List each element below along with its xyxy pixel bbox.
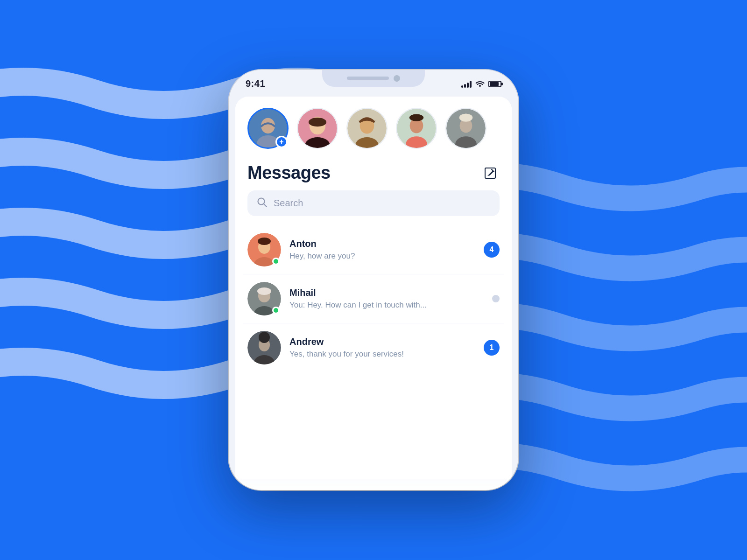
story-avatar-img-3 xyxy=(346,108,388,149)
signal-icon xyxy=(461,80,472,88)
svg-point-14 xyxy=(409,114,424,121)
avatar-wrap-andrew xyxy=(247,331,281,364)
story-avatar-5[interactable] xyxy=(445,108,486,149)
battery-icon xyxy=(488,81,501,87)
phone-mockup: 9:41 xyxy=(229,70,518,490)
story-avatar-3[interactable] xyxy=(346,108,388,149)
story-avatar-img-2 xyxy=(297,108,338,149)
svg-point-29 xyxy=(257,287,271,295)
svg-line-21 xyxy=(264,204,267,207)
story-avatar-img-5 xyxy=(445,108,486,149)
message-item-mihail[interactable]: Mihail You: Hey. How can I get in touch … xyxy=(243,274,504,323)
online-indicator-mihail xyxy=(272,307,280,314)
message-name-andrew: Andrew xyxy=(289,336,475,347)
svg-point-33 xyxy=(259,332,270,343)
story-avatar-2[interactable] xyxy=(297,108,338,149)
notch-bar xyxy=(347,77,389,80)
phone-notch xyxy=(322,70,425,87)
messages-header: Messages xyxy=(235,158,512,190)
message-preview-mihail: You: Hey. How can I get in touch with... xyxy=(289,301,484,310)
svg-point-7 xyxy=(309,118,326,126)
search-placeholder: Search xyxy=(274,198,303,209)
message-name-mihail: Mihail xyxy=(289,287,484,298)
avatar-andrew xyxy=(247,331,281,364)
message-badge-andrew: 1 xyxy=(484,340,500,356)
message-badge-mihail xyxy=(492,295,500,302)
avatar-wrap-anton xyxy=(247,233,281,266)
compose-button[interactable] xyxy=(481,164,500,182)
phone-content: + xyxy=(235,97,512,479)
svg-point-18 xyxy=(459,114,473,122)
add-story-badge: + xyxy=(275,136,288,148)
message-badge-anton: 4 xyxy=(484,242,500,258)
message-name-anton: Anton xyxy=(289,238,475,249)
search-bar[interactable]: Search xyxy=(247,190,500,216)
message-item-andrew[interactable]: Andrew Yes, thank you for your services!… xyxy=(243,323,504,372)
status-time: 9:41 xyxy=(246,78,265,89)
message-content-andrew: Andrew Yes, thank you for your services! xyxy=(289,336,475,359)
wifi-icon xyxy=(475,79,485,89)
message-preview-anton: Hey, how are you? xyxy=(289,252,475,261)
status-icons xyxy=(461,79,501,89)
message-item-anton[interactable]: Anton Hey, how are you? 4 xyxy=(243,225,504,274)
message-content-anton: Anton Hey, how are you? xyxy=(289,238,475,261)
message-content-mihail: Mihail You: Hey. How can I get in touch … xyxy=(289,287,484,310)
story-avatar-1[interactable]: + xyxy=(247,108,289,149)
front-camera xyxy=(394,75,400,82)
svg-point-25 xyxy=(258,238,271,245)
online-indicator-anton xyxy=(272,258,280,265)
stories-row: + xyxy=(235,97,512,158)
story-avatar-img-4 xyxy=(396,108,437,149)
message-preview-andrew: Yes, thank you for your services! xyxy=(289,350,475,359)
phone-frame: 9:41 xyxy=(229,70,518,490)
avatar-wrap-mihail xyxy=(247,282,281,315)
search-icon xyxy=(257,197,267,210)
story-avatar-4[interactable] xyxy=(396,108,437,149)
messages-title: Messages xyxy=(247,163,331,183)
message-list: Anton Hey, how are you? 4 xyxy=(235,225,512,372)
